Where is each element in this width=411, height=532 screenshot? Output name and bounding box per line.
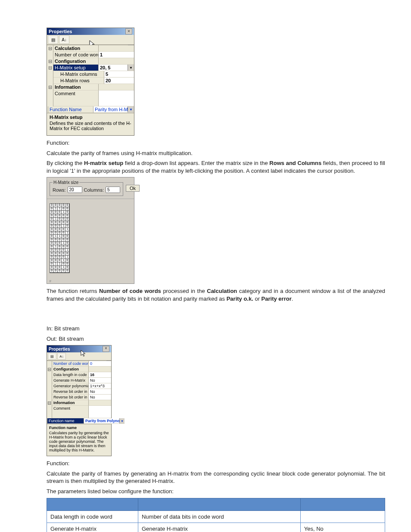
prop-value[interactable] [99, 90, 134, 106]
prop-value[interactable]: Parity from Polynom▼ [84, 418, 125, 424]
toolbar-sort-button[interactable]: A↓ [59, 35, 69, 44]
dropdown-icon[interactable]: ▼ [128, 106, 134, 112]
prop-label: Number of code words [53, 52, 99, 58]
table-cell: Data length in code word [47, 510, 138, 523]
table-cell: Yes, No [300, 523, 385, 532]
prop-label: Number of code word… [52, 361, 89, 367]
dropdown-icon[interactable]: ▼ [128, 65, 134, 71]
panel-title: Properties [49, 347, 70, 352]
desc-body: Defines the size and contents of the H-M… [50, 121, 131, 131]
cols-label: Columns: [84, 187, 104, 193]
close-icon[interactable]: × [125, 28, 132, 34]
panel-toolbar: ▤ A↓ [47, 35, 134, 45]
panel-title: Properties [49, 29, 72, 34]
panel-titlebar: Properties × [47, 28, 134, 35]
paragraph: Calculate the parity of frames using H-m… [47, 149, 385, 157]
panel-description: H-Matrix setup Defines the size and cont… [47, 113, 134, 135]
matrix-size-group: H-Matrix size Rows: Columns: [50, 180, 123, 196]
collapse-icon[interactable]: ⊟ [47, 367, 52, 372]
in-line: In: Bit stream [47, 325, 385, 333]
function-heading: Function: [47, 460, 385, 467]
prop-label: Comment [52, 406, 89, 418]
cat-information: Information [52, 400, 89, 406]
rows-label: Rows: [53, 187, 66, 193]
toolbar-categorize-button[interactable]: ▤ [48, 35, 58, 44]
toolbar-sort-button[interactable]: A↓ [57, 353, 66, 360]
property-grid: Number of code word…0 ⊟Configuration Dat… [47, 361, 111, 424]
prop-label: Reverse bit order in … [52, 395, 89, 400]
desc-body: Calculates parity by generating the H-Ma… [49, 431, 109, 452]
ok-button[interactable]: Ok [126, 185, 140, 192]
property-grid: ⊟Calculation Number of code words1 ⊟Conf… [47, 45, 134, 113]
collapse-icon[interactable]: ⊟ [47, 84, 53, 90]
table-cell: Generate H-matrix [138, 523, 300, 532]
prop-value[interactable]: No [89, 389, 111, 395]
prop-label: Reverse bit order in … [52, 389, 89, 395]
resize-grip-icon[interactable]: 〃 [47, 279, 134, 283]
prop-value[interactable]: 1+x+x^3 [89, 383, 111, 389]
prop-label: H-Matrix rows [53, 78, 104, 84]
prop-value[interactable]: No [89, 378, 111, 383]
cat-configuration: Configuration [52, 367, 89, 372]
matrix-grid[interactable]: 0000001100000100000001000000000001000001… [50, 203, 70, 273]
panel-description: Function name Calculates parity by gener… [47, 424, 111, 456]
parameters-table: Data length in code word Number of data … [47, 498, 385, 532]
table-row: Data length in code word Number of data … [47, 510, 385, 523]
h-matrix-dialog: H-Matrix size Rows: Columns: Ok 00000011… [47, 177, 134, 284]
prop-value[interactable] [89, 406, 111, 418]
function-heading: Function: [47, 139, 385, 147]
collapse-icon[interactable]: ⊟ [47, 400, 52, 406]
table-header-row [47, 498, 385, 510]
desc-title: Function name [49, 426, 109, 430]
close-icon[interactable]: × [103, 346, 109, 352]
prop-label: H-Matrix columns [53, 71, 104, 78]
paragraph: The function returns Number of code word… [47, 287, 385, 302]
prop-label: Generator polynomial … [52, 383, 89, 389]
rows-input[interactable] [68, 187, 82, 193]
prop-label: Generate H-Matrix [52, 378, 89, 383]
paragraph: The parameters listed below configure th… [47, 488, 385, 495]
prop-label: Data length in code … [52, 372, 89, 378]
prop-value[interactable]: 16 [89, 372, 111, 378]
cols-input[interactable] [106, 187, 120, 193]
prop-h-matrix-setup[interactable]: H-Matrix setup [53, 65, 99, 71]
table-cell: Generate H-matrix [47, 523, 138, 532]
paragraph: Calculate the parity of frames by genera… [47, 470, 385, 485]
paragraph: By clicking the H-matrix setup field a d… [47, 159, 385, 174]
dropdown-icon[interactable]: ▼ [119, 418, 125, 423]
table-cell: Number of data bits in code word [138, 510, 300, 523]
collapse-icon[interactable]: ⊟ [47, 45, 53, 52]
cat-information: Information [53, 84, 99, 90]
prop-value[interactable]: 0 [89, 361, 111, 367]
prop-label: Comment [53, 90, 99, 106]
panel-titlebar: Properties × [47, 345, 111, 352]
properties-panel-2: Properties × ▤ A↓ ▲ Number of code word…… [47, 345, 112, 456]
toolbar-categorize-button[interactable]: ▤ [48, 353, 56, 360]
prop-value[interactable]: No [89, 395, 111, 400]
prop-value[interactable]: Parity from H-M…▼ [93, 106, 134, 113]
panel-toolbar: ▤ A↓ [47, 352, 111, 361]
prop-value[interactable]: 5 [104, 71, 134, 78]
table-cell [300, 510, 385, 523]
prop-value[interactable]: 1 [99, 52, 134, 58]
prop-function-name[interactable]: Function Name [48, 106, 93, 113]
cat-calculation: Calculation [53, 45, 99, 52]
collapse-icon[interactable]: ⊟ [47, 58, 53, 65]
matrix-size-legend: H-Matrix size [53, 180, 79, 185]
cat-configuration: Configuration [53, 58, 99, 65]
prop-value[interactable]: 20, 5▼ [99, 65, 134, 71]
properties-panel-1: Properties × ▤ A↓ ▲ ⊟Calculation Number … [47, 28, 134, 136]
table-row: Generate H-matrix Generate H-matrix Yes,… [47, 523, 385, 532]
desc-title: H-Matrix setup [50, 115, 131, 120]
out-line: Out: Bit stream [47, 335, 385, 343]
prop-function-name[interactable]: Function name [47, 418, 84, 424]
prop-value[interactable]: 20 [104, 78, 134, 84]
